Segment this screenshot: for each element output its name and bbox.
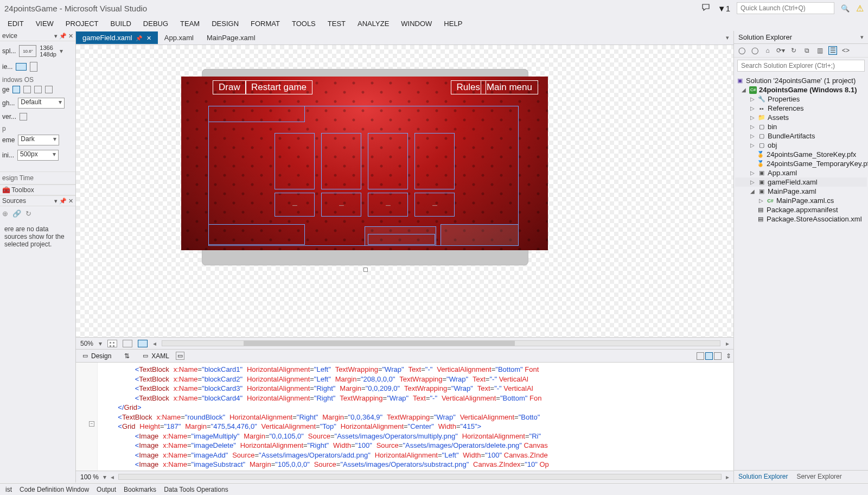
grid-view2-icon[interactable] — [123, 340, 132, 347]
expander-icon[interactable]: ▷ — [749, 142, 756, 148]
layout-collapse-icon[interactable] — [714, 352, 722, 360]
main-menu-button[interactable]: Main menu — [481, 80, 538, 94]
quick-launch-input[interactable] — [737, 2, 834, 14]
override-checkbox[interactable] — [20, 113, 27, 120]
back-icon[interactable]: ◯ — [737, 46, 746, 55]
tab-overflow-icon[interactable]: ▾ — [722, 34, 733, 41]
status-codedef[interactable]: Code Definition Window — [20, 486, 89, 493]
edge-opt2[interactable] — [23, 86, 31, 93]
menu-window[interactable]: WINDOW — [401, 20, 432, 28]
draw-button[interactable]: Draw — [213, 80, 246, 94]
bundle-node[interactable]: BundleArtifacts — [768, 132, 815, 140]
expander-icon[interactable]: ▷ — [749, 133, 756, 139]
code-hscroll[interactable] — [118, 474, 722, 480]
menu-debug[interactable]: DEBUG — [143, 20, 168, 28]
mainpage-node[interactable]: MainPage.xaml — [768, 187, 816, 195]
menu-format[interactable]: FORMAT — [251, 20, 280, 28]
refresh-icon[interactable]: ↻ — [789, 46, 798, 55]
expander-icon[interactable]: ▷ — [749, 96, 756, 102]
zoom-dropdown-icon[interactable]: ▾ — [99, 340, 102, 347]
fold-toggle[interactable]: − — [89, 421, 94, 427]
menu-view[interactable]: VIEW — [36, 20, 54, 28]
solution-tree[interactable]: ▣Solution '24pointsGame' (1 project) ◢C#… — [734, 74, 868, 226]
home-icon[interactable]: ⌂ — [763, 46, 772, 55]
snap-icon[interactable] — [138, 340, 148, 347]
code-scroll-right-icon[interactable]: ▸ — [726, 473, 729, 481]
appxaml-node[interactable]: App.xaml — [768, 169, 797, 177]
design-pane-tab[interactable]: ▭Design — [76, 351, 118, 361]
storeassoc-node[interactable]: Package.StoreAssociation.xml — [767, 215, 862, 223]
designer-hscroll[interactable] — [162, 340, 720, 346]
expander-icon[interactable]: ▷ — [749, 115, 756, 120]
status-output[interactable]: Output — [97, 486, 116, 493]
code-zoom-dropdown-icon[interactable]: ▾ — [103, 473, 106, 481]
storekey-node[interactable]: 24pointsGame_StoreKey.pfx — [767, 150, 856, 158]
tab-close-icon[interactable]: ✕ — [146, 35, 151, 41]
expander-icon[interactable]: ▷ — [749, 124, 756, 130]
layout-horizontal-icon[interactable] — [705, 352, 713, 360]
expander-icon[interactable]: ▷ — [749, 105, 756, 111]
menu-help[interactable]: HELP — [444, 20, 462, 28]
references-node[interactable]: References — [768, 104, 803, 112]
code-zoom-value[interactable]: 100 % — [80, 473, 99, 481]
expander-icon[interactable]: ◢ — [749, 188, 756, 194]
menu-build[interactable]: BUILD — [111, 20, 131, 28]
mainpagecs-node[interactable]: MainPage.xaml.cs — [776, 196, 834, 205]
solution-explorer-tab[interactable]: Solution Explorer — [734, 471, 792, 483]
pin-icon[interactable]: 📌 — [59, 33, 67, 40]
close-icon[interactable]: ✕ — [68, 198, 73, 205]
add-source-icon[interactable]: ⊕ — [2, 210, 8, 218]
preview-icon[interactable]: <> — [841, 46, 850, 55]
solution-search-input[interactable] — [737, 60, 865, 72]
code-scroll-left-icon[interactable]: ◂ — [111, 473, 114, 481]
obj-node[interactable]: obj — [768, 141, 777, 149]
assets-node[interactable]: Assets — [768, 113, 789, 122]
expander-icon[interactable]: ▷ — [758, 198, 764, 204]
close-icon[interactable]: ✕ — [68, 33, 73, 40]
device-preview-icon[interactable]: 10.6" — [19, 45, 36, 57]
orientation-portrait-icon[interactable] — [30, 62, 37, 72]
scroll-left-icon[interactable]: ◂ — [153, 340, 156, 347]
restart-button[interactable]: Restart game — [245, 80, 312, 94]
swap-panes-icon[interactable]: ⇅ — [118, 351, 136, 361]
refresh-source-icon[interactable]: ↻ — [25, 210, 31, 218]
theme-select[interactable]: Dark ▾ — [18, 135, 59, 145]
high-contrast-select[interactable]: Default ▾ — [18, 98, 65, 109]
edge-opt1[interactable] — [12, 86, 20, 93]
edge-opt4[interactable] — [45, 86, 53, 93]
link-source-icon[interactable]: 🔗 — [12, 210, 21, 218]
feedback-icon[interactable] — [701, 3, 711, 14]
layout-vertical-icon[interactable] — [697, 352, 704, 360]
forward-icon[interactable]: ◯ — [750, 46, 759, 55]
gamefield-node[interactable]: gameField.xaml — [768, 178, 818, 186]
minwidth-select[interactable]: 500px ▾ — [17, 150, 59, 161]
toolbox-icon[interactable]: 🧰 — [2, 186, 10, 194]
scroll-right-icon[interactable]: ▸ — [726, 340, 729, 347]
sync-icon[interactable]: ⟳▾ — [776, 46, 785, 55]
xaml-pane-tab[interactable]: ▭XAML▭ — [136, 350, 191, 361]
grid-view-icon[interactable] — [107, 340, 117, 347]
project-node[interactable]: 24pointsGame (Windows 8.1) — [759, 86, 857, 94]
tab-pin-icon[interactable]: 📌 — [136, 35, 142, 41]
tab-gamefield[interactable]: gameField.xaml📌✕ — [76, 31, 158, 44]
server-explorer-tab[interactable]: Server Explorer — [792, 471, 846, 483]
menu-project[interactable]: PROJECT — [66, 20, 99, 28]
expander-icon[interactable]: ▷ — [749, 170, 756, 176]
toolbox-header[interactable]: Toolbox — [11, 186, 34, 194]
xaml-code-editor[interactable]: <TextBlock x:Name="blockCard1" Horizonta… — [98, 363, 733, 471]
properties-icon[interactable]: ☰ — [828, 46, 837, 55]
menu-edit[interactable]: EDIT — [8, 20, 24, 28]
status-errorlist[interactable]: ist — [5, 486, 12, 493]
edge-opt3[interactable] — [34, 86, 42, 93]
status-bookmarks[interactable]: Bookmarks — [124, 486, 156, 493]
tab-mainpage-xaml[interactable]: MainPage.xaml — [200, 31, 262, 44]
pin-icon[interactable]: 📌 — [59, 198, 67, 205]
expand-pane-icon[interactable]: ⇕ — [726, 352, 731, 360]
properties-node[interactable]: Properties — [768, 95, 800, 103]
collapse-all-icon[interactable]: ⧉ — [802, 46, 811, 55]
menu-tools[interactable]: TOOLS — [292, 20, 316, 28]
xaml-designer-surface[interactable]: Draw Restart game Rules Main menu – – — [76, 45, 733, 337]
status-datatools[interactable]: Data Tools Operations — [164, 486, 228, 493]
notifications-flag-icon[interactable]: ▼1 — [718, 4, 730, 13]
search-icon[interactable]: 🔍 — [841, 4, 850, 12]
